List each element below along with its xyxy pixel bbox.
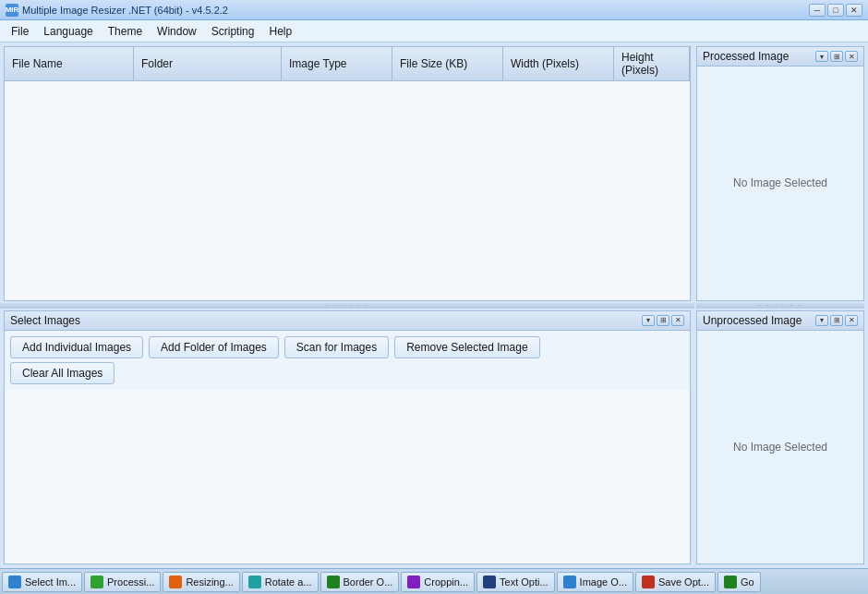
taskbar-icon-5	[407, 576, 420, 588]
taskbar-item-4[interactable]: Border O...	[320, 572, 400, 592]
processed-image-header: Processed Image ▾ ⊞ ✕	[697, 47, 863, 67]
taskbar-label-7: Image O...	[580, 576, 627, 588]
taskbar-label-6: Text Opti...	[500, 576, 549, 588]
app-icon: MIR	[6, 4, 18, 17]
select-images-buttons: Add Individual Images Add Folder of Imag…	[5, 331, 690, 390]
menu-item-file[interactable]: File	[4, 23, 36, 40]
taskbar-icon-2	[169, 576, 182, 588]
right-resize-handle[interactable]: · · · · · ·	[696, 303, 864, 309]
unprocessed-float-button[interactable]: ⊞	[830, 315, 843, 326]
taskbar-icon-6	[483, 576, 496, 588]
processed-image-panel: Processed Image ▾ ⊞ ✕ No Image Selected	[696, 46, 864, 301]
menu-item-scripting[interactable]: Scripting	[204, 23, 262, 40]
taskbar-item-6[interactable]: Text Opti...	[476, 572, 555, 592]
app-title: Multiple Image Resizer .NET (64bit) - v4…	[22, 5, 809, 16]
taskbar-label-5: Croppin...	[424, 576, 468, 588]
window-controls: ─ □ ✕	[809, 4, 862, 17]
menu-bar: FileLanguageThemeWindowScriptingHelp	[0, 20, 868, 42]
menu-item-help[interactable]: Help	[261, 23, 299, 40]
select-images-body	[5, 390, 690, 564]
minimize-button[interactable]: ─	[809, 4, 826, 17]
clear-all-images-button[interactable]: Clear All Images	[10, 362, 115, 384]
taskbar-icon-9	[724, 576, 737, 588]
taskbar-item-1[interactable]: Processi...	[84, 572, 161, 592]
file-list-panel: File Name Folder Image Type File Size (K…	[4, 46, 691, 301]
menu-item-language[interactable]: Language	[36, 23, 100, 40]
scan-for-images-button[interactable]: Scan for Images	[284, 336, 389, 358]
unprocessed-image-body: No Image Selected	[697, 331, 863, 564]
unprocessed-image-panel: Unprocessed Image ▾ ⊞ ✕ No Image Selecte…	[696, 310, 864, 565]
taskbar-item-5[interactable]: Croppin...	[401, 572, 475, 592]
processed-no-image-label: No Image Selected	[733, 176, 827, 189]
col-file-name: File Name	[5, 47, 134, 80]
taskbar-label-3: Rotate a...	[265, 576, 312, 588]
restore-button[interactable]: □	[827, 4, 844, 17]
taskbar-icon-7	[563, 576, 576, 588]
unprocessed-pin-button[interactable]: ▾	[815, 315, 828, 326]
panel-controls: ▾ ⊞ ✕	[642, 315, 684, 326]
button-row-1: Add Individual Images Add Folder of Imag…	[10, 336, 684, 358]
unprocessed-close-button[interactable]: ✕	[845, 315, 858, 326]
taskbar-item-0[interactable]: Select Im...	[2, 572, 82, 592]
panel-float-button[interactable]: ⊞	[657, 315, 669, 326]
taskbar-item-9[interactable]: Go	[717, 572, 761, 592]
processed-pin-button[interactable]: ▾	[815, 51, 828, 62]
processed-panel-controls: ▾ ⊞ ✕	[815, 51, 858, 62]
select-images-header: Select Images ▾ ⊞ ✕	[5, 311, 690, 331]
left-panel: File Name Folder Image Type File Size (K…	[0, 42, 694, 568]
processed-close-button[interactable]: ✕	[845, 51, 858, 62]
taskbar-label-4: Border O...	[344, 576, 393, 588]
taskbar-item-2[interactable]: Resizing...	[163, 572, 239, 592]
resize-handle[interactable]: · · · · · ·	[0, 303, 694, 309]
taskbar-label-0: Select Im...	[25, 576, 76, 588]
taskbar-item-7[interactable]: Image O...	[557, 572, 633, 592]
panel-close-button[interactable]: ✕	[671, 315, 684, 326]
panel-pin-button[interactable]: ▾	[642, 315, 655, 326]
unprocessed-panel-controls: ▾ ⊞ ✕	[815, 315, 858, 326]
unprocessed-image-title: Unprocessed Image	[703, 314, 802, 327]
right-panel: Processed Image ▾ ⊞ ✕ No Image Selected …	[694, 42, 868, 568]
taskbar: Select Im...Processi...Resizing...Rotate…	[0, 568, 868, 594]
taskbar-icon-8	[642, 576, 655, 588]
file-table-body[interactable]	[5, 81, 690, 300]
unprocessed-image-header: Unprocessed Image ▾ ⊞ ✕	[697, 311, 863, 331]
taskbar-label-1: Processi...	[107, 576, 154, 588]
taskbar-icon-1	[90, 576, 103, 588]
taskbar-icon-4	[327, 576, 340, 588]
unprocessed-no-image-label: No Image Selected	[733, 441, 827, 454]
processed-image-body: No Image Selected	[697, 67, 863, 300]
col-folder: Folder	[134, 47, 282, 80]
taskbar-item-8[interactable]: Save Opt...	[635, 572, 716, 592]
taskbar-label-2: Resizing...	[186, 576, 233, 588]
taskbar-icon-3	[248, 576, 261, 588]
col-file-size: File Size (KB)	[392, 47, 503, 80]
title-bar: MIR Multiple Image Resizer .NET (64bit) …	[0, 0, 868, 20]
menu-item-theme[interactable]: Theme	[101, 23, 150, 40]
taskbar-label-8: Save Opt...	[658, 576, 709, 588]
remove-selected-image-button[interactable]: Remove Selected Image	[394, 336, 539, 358]
main-content: File Name Folder Image Type File Size (K…	[0, 42, 868, 568]
table-header: File Name Folder Image Type File Size (K…	[5, 47, 690, 81]
close-button[interactable]: ✕	[846, 4, 862, 17]
button-row-2: Clear All Images	[10, 362, 684, 384]
col-width: Width (Pixels)	[503, 47, 614, 80]
processed-image-title: Processed Image	[703, 50, 789, 63]
add-individual-images-button[interactable]: Add Individual Images	[10, 336, 143, 358]
taskbar-icon-0	[8, 576, 21, 588]
menu-item-window[interactable]: Window	[150, 23, 204, 40]
select-images-panel: Select Images ▾ ⊞ ✕ Add Individual Image…	[4, 310, 691, 565]
processed-float-button[interactable]: ⊞	[830, 51, 843, 62]
col-height: Height (Pixels)	[614, 47, 690, 80]
col-image-type: Image Type	[282, 47, 392, 80]
add-folder-of-images-button[interactable]: Add Folder of Images	[149, 336, 279, 358]
taskbar-label-9: Go	[741, 576, 754, 588]
select-images-title: Select Images	[10, 314, 80, 327]
taskbar-item-3[interactable]: Rotate a...	[242, 572, 319, 592]
